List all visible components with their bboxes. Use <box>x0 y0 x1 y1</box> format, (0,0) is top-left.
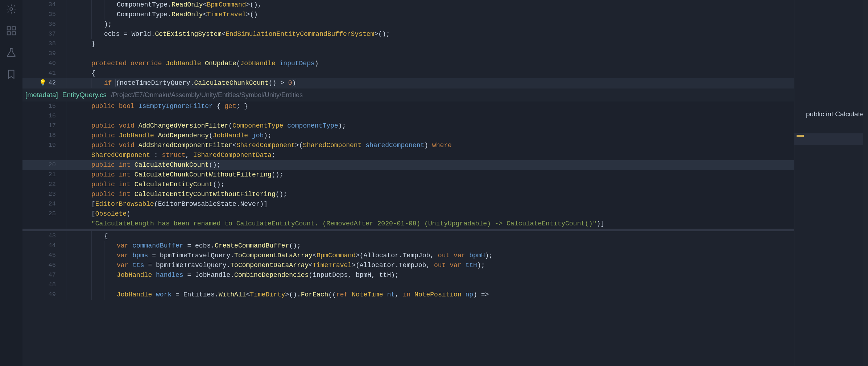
gutter[interactable]: 40 <box>22 59 66 68</box>
indent-guide <box>79 180 91 190</box>
gutter[interactable]: 23 <box>22 190 66 199</box>
code-token: NotePosition <box>414 291 462 298</box>
scrollbar[interactable] <box>863 0 868 366</box>
code-token <box>465 252 469 259</box>
gutter[interactable]: 34 <box>22 0 66 9</box>
peek-path: /Project/E7/Onmaku/Assembly/Unity/Entiti… <box>111 90 303 100</box>
code-content: JobHandle work = Entities.WithAll<TimeDi… <box>117 290 794 299</box>
code-token: np <box>466 291 474 298</box>
gutter[interactable]: 24 <box>22 199 66 209</box>
gutter[interactable]: 21 <box>22 170 66 179</box>
code-line[interactable]: 21public int CalculateChunkCountWithoutF… <box>22 170 794 180</box>
gutter[interactable]: 15 <box>22 101 66 111</box>
code-line[interactable]: 20public int CalculateChunkCount(); <box>22 160 794 170</box>
code-token: bpmH <box>469 252 485 259</box>
code-token: public <box>91 181 115 188</box>
code-line[interactable]: 25[Obsolete( <box>22 209 794 219</box>
code-token: >() <box>246 11 258 18</box>
gutter[interactable]: 43 <box>22 231 66 241</box>
settings-icon[interactable] <box>6 4 17 14</box>
code-token: tts <box>132 262 144 269</box>
code-line[interactable]: 40protected override JobHandle OnUpdate(… <box>22 59 794 68</box>
gutter[interactable]: 22 <box>22 180 66 189</box>
code-line[interactable]: 46var tts = bpmTimeTravelQuery.ToCompone… <box>22 261 794 270</box>
code-line[interactable]: 41{ <box>22 68 794 78</box>
editor-area: 34ComponentType.ReadOnly<BpmCommand>(),3… <box>22 0 868 366</box>
code-line[interactable]: 48 <box>22 280 794 290</box>
gutter[interactable]: 20 <box>22 160 66 170</box>
code-line-wrap[interactable]: SharedComponent : struct, ISharedCompone… <box>22 150 794 160</box>
code-token: [ <box>91 210 95 217</box>
indent-guide <box>91 0 104 10</box>
code-line[interactable]: 22public int CalculateEntityCount(); <box>22 180 794 190</box>
code-line[interactable]: 49JobHandle work = Entities.WithAll<Time… <box>22 290 794 300</box>
code-line[interactable]: 17public void AddChangedVersionFilter(Co… <box>22 121 794 131</box>
code-line[interactable]: 47JobHandle handles = JobHandle.CombineD… <box>22 270 794 280</box>
gutter[interactable]: 48 <box>22 280 66 290</box>
gutter[interactable]: 38 <box>22 39 66 49</box>
lightbulb-icon[interactable]: 💡 <box>39 78 46 88</box>
bookmark-icon[interactable] <box>6 69 17 80</box>
peek-header[interactable]: [metadata] EntityQuery.cs /Project/E7/On… <box>22 88 794 101</box>
line-number: 46 <box>49 261 56 270</box>
code-line[interactable]: 45var bpms = bpmTimeTravelQuery.ToCompon… <box>22 251 794 261</box>
code-token: GetExistingSystem <box>155 30 222 38</box>
editor-main[interactable]: 34ComponentType.ReadOnly<BpmCommand>(),3… <box>22 0 794 366</box>
code-line[interactable]: 39 <box>22 49 794 59</box>
gutter[interactable]: 36 <box>22 20 66 29</box>
gutter[interactable]: 19 <box>22 141 66 150</box>
gutter[interactable]: 47 <box>22 270 66 280</box>
minimap-viewport[interactable] <box>794 133 868 145</box>
code-token: . <box>226 262 230 269</box>
code-token: (( <box>328 291 336 298</box>
gutter[interactable]: 49 <box>22 290 66 299</box>
line-number: 41 <box>49 68 56 78</box>
code-line[interactable]: 24[EditorBrowsable(EditorBrowsableState.… <box>22 199 794 209</box>
code-line[interactable]: 38} <box>22 39 794 49</box>
code-token: ); <box>391 271 399 279</box>
gutter[interactable]: 41 <box>22 68 66 78</box>
code-line[interactable]: 34ComponentType.ReadOnly<BpmCommand>(), <box>22 0 794 10</box>
gutter[interactable]: 25 <box>22 209 66 219</box>
line-number: 22 <box>49 180 56 189</box>
peek-result-label[interactable]: public int CalculateChunkCount(); <box>806 109 864 119</box>
code-line[interactable]: 💡42if (noteTimeDirtyQuery.CalculateChunk… <box>22 78 794 88</box>
code-line[interactable]: 18public JobHandle AddDependency(JobHand… <box>22 131 794 141</box>
gutter[interactable]: 17 <box>22 121 66 130</box>
gutter[interactable]: 35 <box>22 10 66 19</box>
minimap[interactable]: public int CalculateChunkCount(); <box>794 0 868 366</box>
code-line[interactable]: 15public bool IsEmptyIgnoreFilter { get;… <box>22 101 794 111</box>
gutter[interactable]: 37 <box>22 29 66 39</box>
gutter[interactable]: 45 <box>22 251 66 260</box>
code-line[interactable]: 43{ <box>22 231 794 241</box>
code-line[interactable]: 16 <box>22 111 794 121</box>
indent-guide <box>79 68 91 78</box>
gutter[interactable]: 46 <box>22 261 66 270</box>
top-code-pane[interactable]: 34ComponentType.ReadOnly<BpmCommand>(),3… <box>22 0 794 88</box>
gutter[interactable]: 16 <box>22 111 66 121</box>
line-number: 47 <box>49 270 56 280</box>
code-line[interactable]: 19public void AddSharedComponentFilter<S… <box>22 141 794 150</box>
code-line[interactable]: 23public int CalculateEntityCountWithout… <box>22 190 794 199</box>
gutter[interactable]: 44 <box>22 241 66 250</box>
layout-icon[interactable] <box>6 25 17 36</box>
code-token <box>248 132 252 139</box>
gutter[interactable]: 39 <box>22 49 66 58</box>
code-token <box>383 291 387 298</box>
bottom-code-pane[interactable]: 43{44var commandBuffer = ecbs.CreateComm… <box>22 231 794 300</box>
code-content: if (noteTimeDirtyQuery.CalculateChunkCou… <box>104 78 794 88</box>
code-token: . <box>236 200 240 208</box>
code-content: ComponentType.ReadOnly<TimeTravel>() <box>117 10 794 19</box>
code-token: out <box>434 262 446 269</box>
indent-guide <box>66 251 79 261</box>
peek-code-pane[interactable]: 15public bool IsEmptyIgnoreFilter { get;… <box>22 101 794 229</box>
code-token: (); <box>276 191 287 198</box>
code-line[interactable]: 37ecbs = World.GetExistingSystem<EndSimu… <box>22 29 794 39</box>
gutter[interactable]: 18 <box>22 131 66 140</box>
code-line[interactable]: 35ComponentType.ReadOnly<TimeTravel>() <box>22 10 794 20</box>
gutter[interactable]: 💡42 <box>22 78 66 88</box>
code-line-wrap[interactable]: "CalculateLength has been renamed to Cal… <box>22 219 794 229</box>
flask-icon[interactable] <box>6 47 17 58</box>
code-line[interactable]: 36); <box>22 20 794 29</box>
code-line[interactable]: 44var commandBuffer = ecbs.CreateCommand… <box>22 241 794 251</box>
